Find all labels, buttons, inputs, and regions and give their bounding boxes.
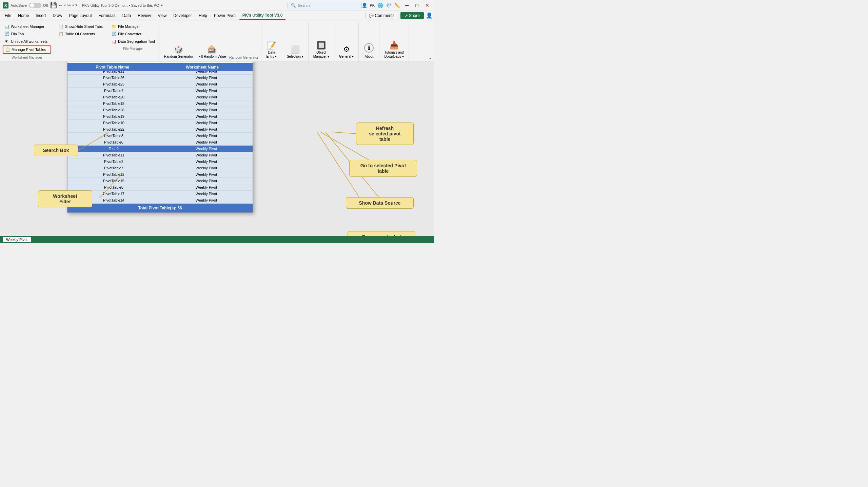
user-label: PK (370, 3, 375, 7)
undo-icon[interactable]: ↩ (59, 3, 63, 8)
redo-dropdown[interactable]: ▾ (72, 3, 74, 7)
ribbon-show-hide-tabs[interactable]: 📑 Show/Hide Sheet Tabs (57, 23, 104, 30)
autosave-toggle[interactable] (29, 3, 41, 8)
ribbon-table-contents[interactable]: 📋 Table Of Contents (57, 31, 104, 37)
table-row[interactable]: PivotTable26 Weekly Pivot (67, 75, 253, 81)
worksheet-name-cell: Weekly Pivot (160, 171, 253, 177)
ribbon-flip-tab[interactable]: 🔄 Flip Tab (3, 31, 51, 37)
ribbon-worksheet-manager[interactable]: 📊 Worksheet Manager (3, 23, 51, 30)
ribbon-expand[interactable]: ⌄ (427, 22, 434, 61)
table-row[interactable]: PivotTable17 Weekly Pivot (67, 191, 253, 197)
diamond-icon[interactable]: 💎 (386, 3, 392, 8)
ribbon-about[interactable]: ℹ About (361, 42, 376, 60)
globe-icon[interactable]: 🌐 (377, 3, 383, 8)
ribbon-object-manager[interactable]: 🔲 ObjectManager ▾ (311, 40, 331, 60)
table-row[interactable]: PivotTable3 Weekly Pivot (67, 133, 253, 139)
ribbon-group-about: ℹ About (359, 22, 379, 61)
pivot-name-cell: Test-2 (67, 146, 160, 152)
table-row[interactable]: PivotTable23 Weekly Pivot (67, 81, 253, 88)
ribbon-data-segregation[interactable]: 📊 Data Segregation Tool (110, 38, 156, 45)
table-row[interactable]: Test-2 Weekly Pivot (67, 146, 253, 152)
table-row[interactable]: PivotTable12 Weekly Pivot (67, 171, 253, 178)
menu-file[interactable]: File (1, 12, 15, 19)
redo-icon[interactable]: ↪ (67, 3, 71, 8)
profile-icon[interactable]: 👤 (426, 12, 433, 19)
table-row[interactable]: PivotTable20 Weekly Pivot (67, 94, 253, 100)
table-row[interactable]: PivotTable10 Weekly Pivot (67, 120, 253, 126)
table-row[interactable]: PivotTable18 Weekly Pivot (67, 100, 253, 107)
menu-data[interactable]: Data (119, 12, 134, 19)
ribbon-manage-pivot[interactable]: 📋 Manage Pivot Tables (3, 45, 51, 54)
table-row[interactable]: PivotTable5 Weekly Pivot (67, 184, 253, 191)
undo-dropdown[interactable]: ▾ (64, 3, 66, 7)
table-row[interactable]: PivotTable21 Weekly Pivot (67, 71, 253, 75)
table-row[interactable]: PivotTable2 Weekly Pivot (67, 158, 253, 165)
main-area: Pivot Table Manager | PK's Utility Tool … (0, 62, 434, 236)
table-row[interactable]: PivotTable6 Weekly Pivot (67, 139, 253, 146)
menu-draw[interactable]: Draw (49, 12, 65, 19)
worksheet-name-cell: Weekly Pivot (160, 165, 253, 171)
file-converter-icon: 🔄 (111, 31, 117, 37)
ribbon-fill-random[interactable]: 🎰 Fill Random Value (196, 44, 228, 60)
menu-developer[interactable]: Developer (170, 12, 195, 19)
ribbon-group-general: ⚙ General ▾ (334, 22, 359, 61)
table-row[interactable]: PivotTable14 Weekly Pivot (67, 197, 253, 204)
minimize-btn[interactable]: ─ (403, 2, 411, 8)
ribbon-file-manager[interactable]: 📁 File Manager (110, 23, 156, 30)
file-title-dropdown[interactable]: ▾ (161, 3, 163, 7)
worksheet-name-cell: Weekly Pivot (160, 120, 253, 126)
menu-help[interactable]: Help (195, 12, 211, 19)
table-row[interactable]: PivotTable7 Weekly Pivot (67, 165, 253, 171)
header-scrollbar-placeholder (247, 63, 253, 71)
share-button[interactable]: ↗ Share (400, 12, 424, 19)
comments-icon: 💬 (369, 14, 374, 18)
ribbon-content: 📊 Worksheet Manager 🔄 Flip Tab 👁 Unhide … (0, 22, 434, 61)
menu-pk-utility[interactable]: PK's Utility Tool V3.0 (239, 12, 286, 20)
maximize-btn[interactable]: □ (414, 3, 420, 8)
menu-view[interactable]: View (155, 12, 170, 19)
save-icon[interactable]: 💾 (50, 2, 57, 8)
table-row[interactable]: PivotTable19 Weekly Pivot (67, 113, 253, 120)
ribbon-file-converter[interactable]: 🔄 File Converter (110, 31, 156, 37)
pivot-name-cell: PivotTable4 (67, 88, 160, 94)
menu-home[interactable]: Home (15, 12, 32, 19)
ribbon-data-entry[interactable]: 📝 DataEntry ▾ (264, 40, 279, 60)
ribbon-tutorials[interactable]: 📥 Tutorials andDownloads ▾ (382, 40, 406, 60)
table-row[interactable]: PivotTable15 Weekly Pivot (67, 178, 253, 184)
worksheet-name-cell: Weekly Pivot (160, 146, 253, 152)
table-row[interactable]: PivotTable11 Weekly Pivot (67, 152, 253, 158)
pivot-name-cell: PivotTable21 (67, 71, 160, 74)
menu-review[interactable]: Review (134, 12, 154, 19)
ribbon-selection[interactable]: ⬜ Selection ▾ (285, 44, 305, 60)
worksheet-name-cell: Weekly Pivot (160, 81, 253, 87)
search-input[interactable] (298, 3, 346, 7)
ribbon-general[interactable]: ⚙ General ▾ (337, 44, 356, 60)
about-icon: ℹ (364, 43, 374, 53)
go-to-pivot-annotation: Go to selected Pivottable (349, 160, 417, 177)
refresh-annotation: Refreshselected pivottable (356, 123, 414, 145)
menu-page-layout[interactable]: Page Layout (65, 12, 95, 19)
global-search[interactable]: 🔍 (287, 2, 362, 9)
sheet-tab[interactable]: Weekly Pivot (3, 237, 31, 242)
table-row[interactable]: PivotTable28 Weekly Pivot (67, 107, 253, 113)
ribbon-group-selection: ⬜ Selection ▾ (282, 22, 309, 61)
pen-icon[interactable]: ✏️ (394, 3, 400, 8)
ribbon-random-generator[interactable]: 🎲 Random Generator (162, 44, 195, 60)
comments-button[interactable]: 💬 Comments (365, 12, 398, 19)
menu-power-pivot[interactable]: Power Pivot (211, 12, 239, 19)
table-row[interactable]: PivotTable22 Weekly Pivot (67, 126, 253, 133)
ribbon-unhide-all[interactable]: 👁 Unhide All worksheets (3, 38, 51, 45)
menu-formulas[interactable]: Formulas (95, 12, 119, 19)
worksheet-name-header: Worksheet Name (157, 63, 247, 71)
toggle-off-label: Off (43, 3, 48, 7)
worksheet-name-cell: Weekly Pivot (160, 152, 253, 158)
menu-insert[interactable]: Insert (32, 12, 49, 19)
close-btn[interactable]: ✕ (423, 3, 431, 8)
general-label: General ▾ (339, 55, 354, 59)
quick-access-icon[interactable]: ▾ (75, 3, 77, 7)
about-label: About (364, 55, 373, 59)
bottom-bar: Weekly Pivot (0, 236, 434, 243)
table-row[interactable]: PivotTable4 Weekly Pivot (67, 88, 253, 94)
table-body[interactable]: PivotTable16 Weekly Pivot PivotTable8 We… (67, 71, 253, 204)
worksheet-name-cell: Weekly Pivot (160, 107, 253, 113)
